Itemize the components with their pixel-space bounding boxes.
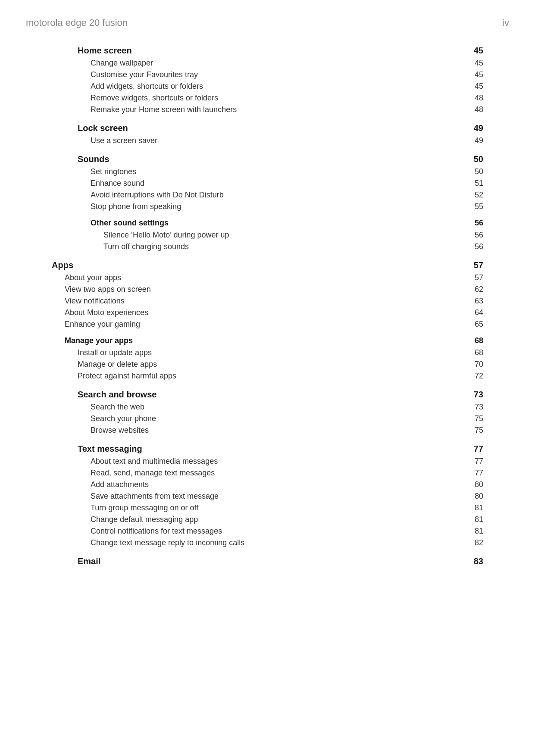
toc-item-apps-4: Enhance your gaming65 (65, 319, 483, 330)
section-header-sounds: Sounds50 (78, 154, 483, 164)
toc-item-title-apps-0: About your apps (65, 273, 121, 282)
section-title-sounds: Sounds (78, 154, 109, 164)
toc-item-page-sounds-1: 51 (466, 179, 483, 188)
toc-item-page-text-messaging-7: 82 (466, 538, 483, 547)
toc-item-sounds-0: Set ringtones50 (91, 166, 483, 178)
toc-item-text-messaging-3: Save attachments from text message80 (91, 490, 483, 502)
subsection-page-other-sound-settings: 56 (466, 219, 483, 228)
toc-item-title-sounds-3: Stop phone from speaking (91, 202, 181, 211)
device-title: motorola edge 20 fusion (26, 17, 128, 28)
toc-item-page-search-and-browse-1: 75 (466, 414, 483, 423)
section-page-home-screen: 45 (466, 46, 483, 56)
section-page-lock-screen: 49 (466, 123, 483, 133)
toc-item-title-apps-1: View two apps on screen (65, 285, 151, 294)
toc-item-page-home-screen-1: 45 (466, 70, 483, 79)
toc-item-title-home-screen-3: Remove widgets, shortcuts or folders (91, 94, 218, 103)
toc-item-page-apps-3: 64 (466, 308, 483, 317)
subsection-title-other-sound-settings: Other sound settings (91, 219, 169, 228)
section-title-lock-screen: Lock screen (78, 123, 128, 133)
toc-item-title-home-screen-1: Customise your Favourites tray (91, 70, 198, 79)
toc-item-page-search-and-browse-0: 73 (466, 403, 483, 412)
section-block-lock-screen: Lock screen49Use a screen saver49 (52, 123, 483, 147)
toc-item-title-manage-your-apps-1: Manage or delete apps (78, 360, 157, 369)
section-title-search-and-browse: Search and browse (78, 390, 156, 400)
toc-item-page-text-messaging-3: 80 (466, 492, 483, 501)
toc-item-title-other-sound-settings-0: Silence ‘Hello Moto’ during power up (103, 231, 229, 240)
toc-item-title-text-messaging-3: Save attachments from text message (91, 492, 219, 501)
toc-item-manage-your-apps-0: Install or update apps68 (78, 347, 483, 359)
toc-item-text-messaging-7: Change text message reply to incoming ca… (91, 537, 483, 549)
section-title-apps: Apps (52, 260, 73, 270)
toc-item-text-messaging-0: About text and multimedia messages77 (91, 456, 483, 467)
subsection-page-manage-your-apps: 68 (466, 336, 483, 345)
section-header-apps: Apps57 (52, 260, 483, 270)
toc-item-apps-0: About your apps57 (65, 272, 483, 284)
section-page-email: 83 (466, 556, 483, 566)
section-page-text-messaging: 77 (466, 444, 483, 454)
section-title-email: Email (78, 556, 100, 566)
toc-item-search-and-browse-2: Browse websites75 (91, 425, 483, 436)
section-page-sounds: 50 (466, 154, 483, 164)
section-header-search-and-browse: Search and browse73 (78, 390, 483, 400)
toc-item-page-other-sound-settings-0: 56 (466, 231, 483, 240)
toc-item-page-sounds-3: 55 (466, 202, 483, 211)
toc-item-text-messaging-2: Add attachments80 (91, 479, 483, 490)
toc-item-text-messaging-4: Turn group messaging on or off81 (91, 502, 483, 514)
toc-item-text-messaging-1: Read, send, manage text messages77 (91, 467, 483, 479)
toc-item-title-text-messaging-7: Change text message reply to incoming ca… (91, 538, 244, 547)
toc-item-page-text-messaging-1: 77 (466, 469, 483, 478)
section-items-lock-screen: Use a screen saver49 (91, 135, 483, 147)
toc-item-title-sounds-0: Set ringtones (91, 167, 136, 176)
toc-item-title-text-messaging-2: Add attachments (91, 480, 149, 489)
toc-item-page-apps-4: 65 (466, 320, 483, 329)
page-header: motorola edge 20 fusion iv (26, 17, 509, 28)
toc-item-page-text-messaging-6: 81 (466, 527, 483, 536)
toc-item-apps-1: View two apps on screen62 (65, 284, 483, 295)
toc-item-manage-your-apps-1: Manage or delete apps70 (78, 359, 483, 370)
toc-item-title-home-screen-2: Add widgets, shortcuts or folders (91, 82, 203, 91)
toc-item-home-screen-0: Change wallpaper45 (91, 57, 483, 69)
section-title-home-screen: Home screen (78, 46, 132, 56)
toc-item-page-sounds-2: 52 (466, 191, 483, 200)
section-page-apps: 57 (466, 260, 483, 270)
toc-item-home-screen-3: Remove widgets, shortcuts or folders48 (91, 92, 483, 104)
toc-container: Home screen45Change wallpaper45Customise… (26, 46, 509, 566)
toc-item-page-text-messaging-5: 81 (466, 515, 483, 524)
toc-item-page-apps-0: 57 (466, 273, 483, 282)
section-items-apps: About your apps57View two apps on screen… (65, 272, 483, 330)
toc-item-sounds-1: Enhance sound51 (91, 178, 483, 189)
subsection-items-manage-your-apps: Install or update apps68Manage or delete… (78, 347, 483, 382)
toc-item-title-search-and-browse-2: Browse websites (91, 426, 149, 435)
toc-item-title-sounds-1: Enhance sound (91, 179, 144, 188)
toc-item-page-search-and-browse-2: 75 (466, 426, 483, 435)
toc-item-page-apps-1: 62 (466, 285, 483, 294)
section-header-lock-screen: Lock screen49 (78, 123, 483, 133)
section-items-text-messaging: About text and multimedia messages77Read… (91, 456, 483, 549)
subsection-items-other-sound-settings: Silence ‘Hello Moto’ during power up56Tu… (103, 229, 483, 253)
toc-item-title-apps-3: About Moto experiences (65, 308, 148, 317)
toc-item-title-apps-4: Enhance your gaming (65, 320, 140, 329)
toc-item-page-sounds-0: 50 (466, 167, 483, 176)
section-header-home-screen: Home screen45 (78, 46, 483, 56)
section-block-search-and-browse: Search and browse73Search the web73Searc… (52, 390, 483, 436)
toc-item-page-apps-2: 63 (466, 297, 483, 306)
toc-item-other-sound-settings-0: Silence ‘Hello Moto’ during power up56 (103, 229, 483, 241)
toc-item-page-manage-your-apps-2: 72 (466, 372, 483, 381)
subsection-header-manage-your-apps: Manage your apps68 (65, 336, 483, 345)
toc-item-page-text-messaging-4: 81 (466, 503, 483, 512)
toc-item-page-manage-your-apps-1: 70 (466, 360, 483, 369)
toc-item-search-and-browse-0: Search the web73 (91, 401, 483, 413)
toc-item-page-home-screen-3: 48 (466, 94, 483, 103)
toc-item-page-manage-your-apps-0: 68 (466, 348, 483, 357)
toc-item-page-lock-screen-0: 49 (466, 136, 483, 145)
toc-item-manage-your-apps-2: Protect against harmful apps72 (78, 370, 483, 382)
section-title-text-messaging: Text messaging (78, 444, 142, 454)
toc-item-apps-3: About Moto experiences64 (65, 307, 483, 319)
toc-item-title-text-messaging-5: Change default messaging app (91, 515, 198, 524)
toc-item-search-and-browse-1: Search your phone75 (91, 413, 483, 425)
subsection-header-other-sound-settings: Other sound settings56 (91, 219, 483, 228)
toc-item-title-sounds-2: Avoid interruptions with Do Not Disturb (91, 191, 224, 200)
toc-item-page-text-messaging-0: 77 (466, 457, 483, 466)
toc-item-text-messaging-5: Change default messaging app81 (91, 514, 483, 525)
subsection-title-manage-your-apps: Manage your apps (65, 336, 133, 345)
